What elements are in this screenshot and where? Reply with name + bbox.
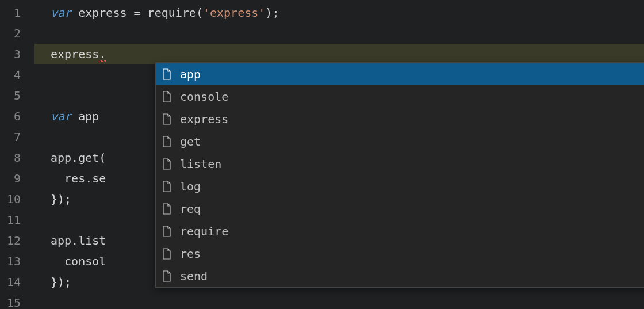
autocomplete-label: send	[180, 266, 208, 287]
line-number: 15	[0, 292, 21, 309]
space	[126, 6, 133, 20]
autocomplete-label: get	[180, 131, 201, 152]
identifier: express	[78, 6, 126, 20]
semicolon: ;	[272, 6, 279, 20]
line-number: 12	[0, 230, 21, 251]
file-icon	[162, 247, 172, 260]
code-text: app.get(	[51, 151, 106, 165]
file-icon	[162, 225, 172, 238]
autocomplete-item[interactable]: console	[156, 85, 644, 108]
line-number: 6	[0, 106, 21, 127]
autocomplete-label: require	[180, 221, 228, 242]
code-line-active[interactable]: express.	[34, 44, 644, 64]
line-number-gutter: 123456789101112131415	[0, 0, 34, 309]
string-quote: '	[258, 6, 265, 20]
line-number: 5	[0, 85, 21, 106]
code-text: res.se	[51, 171, 106, 185]
line-number: 4	[0, 64, 21, 85]
file-icon	[162, 90, 172, 103]
autocomplete-label: res	[180, 243, 201, 264]
autocomplete-item[interactable]: res	[156, 242, 644, 265]
autocomplete-label: req	[180, 199, 201, 219]
autocomplete-item[interactable]: app	[156, 63, 644, 85]
code-area[interactable]: var express = require('express'); expres…	[34, 0, 644, 309]
autocomplete-label: console	[180, 86, 228, 107]
line-number: 11	[0, 209, 21, 230]
autocomplete-item[interactable]: listen	[156, 152, 644, 175]
file-icon	[162, 113, 172, 125]
operator-assign: =	[134, 6, 141, 20]
keyword-var: var	[51, 109, 71, 123]
keyword-var: var	[51, 6, 71, 20]
code-text: });	[51, 275, 71, 289]
dot-operator: .	[99, 47, 106, 61]
line-number: 14	[0, 272, 21, 292]
line-number: 10	[0, 189, 21, 209]
file-icon	[162, 270, 172, 283]
identifier: express	[51, 47, 99, 61]
string-quote: '	[203, 6, 210, 20]
autocomplete-label: listen	[180, 154, 221, 174]
function-call: require	[148, 6, 196, 20]
space	[141, 6, 148, 20]
line-number: 8	[0, 147, 21, 168]
code-text: consol	[51, 254, 106, 268]
identifier: app	[78, 109, 99, 123]
code-line[interactable]	[51, 292, 644, 309]
line-number: 9	[0, 168, 21, 189]
string-literal: express	[210, 6, 258, 20]
file-icon	[162, 68, 172, 81]
autocomplete-label: log	[180, 176, 201, 197]
code-text: });	[51, 192, 71, 206]
line-number: 7	[0, 127, 21, 147]
code-line[interactable]	[51, 23, 644, 44]
file-icon	[162, 135, 172, 148]
file-icon	[162, 180, 172, 193]
autocomplete-label: express	[180, 109, 228, 129]
line-number: 2	[0, 23, 21, 44]
line-number: 1	[0, 2, 21, 23]
autocomplete-item[interactable]: log	[156, 175, 644, 197]
space	[71, 6, 78, 20]
space	[99, 109, 106, 123]
file-icon	[162, 158, 172, 170]
autocomplete-item[interactable]: send	[156, 265, 644, 287]
code-line[interactable]: var express = require('express');	[51, 2, 644, 23]
code-editor[interactable]: 123456789101112131415 var express = requ…	[0, 0, 644, 309]
line-number: 3	[0, 44, 21, 64]
autocomplete-popup[interactable]: appconsoleexpressgetlistenlogreqrequirer…	[155, 62, 644, 288]
space	[71, 109, 78, 123]
file-icon	[162, 203, 172, 215]
autocomplete-item[interactable]: get	[156, 130, 644, 152]
paren-close: )	[265, 6, 272, 20]
autocomplete-item[interactable]: req	[156, 197, 644, 220]
autocomplete-item[interactable]: require	[156, 220, 644, 242]
autocomplete-item[interactable]: express	[156, 108, 644, 130]
paren-open: (	[196, 6, 203, 20]
code-text: app.list	[51, 234, 106, 247]
autocomplete-label: app	[180, 64, 201, 85]
line-number: 13	[0, 251, 21, 272]
